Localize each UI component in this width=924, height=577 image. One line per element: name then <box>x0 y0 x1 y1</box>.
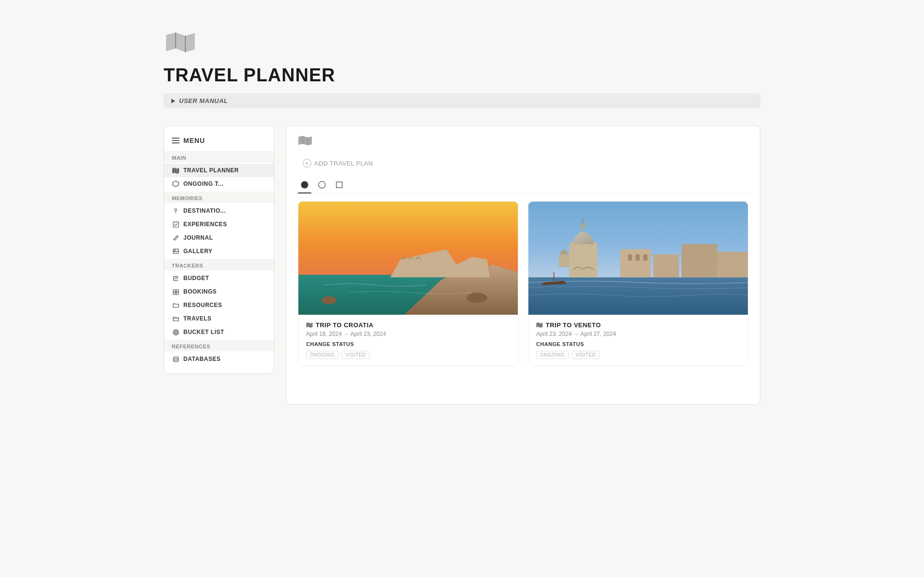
svg-rect-4 <box>173 221 178 227</box>
svg-point-26 <box>467 293 487 303</box>
sidebar-item-travel-planner[interactable]: TRAVEL PLANNER <box>164 164 274 177</box>
page-title: TRAVEL PLANNER <box>164 65 760 86</box>
sidebar-item-label-travels: TRAVELS <box>183 315 212 322</box>
main-layout: MENU MAIN TRAVEL PLANNER <box>164 126 760 405</box>
svg-rect-11 <box>173 292 175 295</box>
svg-point-21 <box>319 181 325 188</box>
target-icon <box>172 328 180 336</box>
sidebar-item-databases[interactable]: DATABASES <box>164 352 274 366</box>
svg-point-16 <box>175 332 176 333</box>
pin-icon <box>172 207 180 215</box>
travels-icon <box>172 315 180 322</box>
db-icon <box>172 355 180 363</box>
svg-rect-37 <box>628 255 632 261</box>
page-logo <box>164 29 197 57</box>
sidebar-item-label-gallery: GALLERY <box>183 248 212 255</box>
menu-label: MENU <box>183 137 205 144</box>
svg-rect-9 <box>173 289 175 292</box>
croatia-title-row: TRIP TO CROATIA <box>306 321 510 329</box>
hamburger-icon <box>172 138 180 143</box>
svg-rect-12 <box>176 292 179 295</box>
veneto-image <box>528 202 748 315</box>
svg-rect-36 <box>717 252 748 277</box>
sidebar-item-label-budget: BUDGET <box>183 275 209 282</box>
trip-card-croatia[interactable]: TRIP TO CROATIA April 18, 2024 → April 2… <box>298 201 518 366</box>
sidebar-item-travels[interactable]: TRAVELS <box>164 312 274 325</box>
croatia-badges: ONGOING VISITED <box>306 351 510 359</box>
croatia-image <box>298 202 518 315</box>
badge-visited-croatia: VISITED <box>342 351 370 359</box>
sidebar-item-budget[interactable]: BUDGET <box>164 271 274 285</box>
croatia-card-body: TRIP TO CROATIA April 18, 2024 → April 2… <box>298 315 518 366</box>
svg-rect-34 <box>654 255 679 278</box>
content-area: + ADD TRAVEL PLAN <box>286 126 760 405</box>
view-circle-outline[interactable] <box>315 180 329 193</box>
view-circle-filled[interactable] <box>298 180 311 193</box>
trip-card-veneto[interactable]: TRIP TO VENETO April 23, 2024 → April 27… <box>528 201 748 366</box>
svg-point-25 <box>321 296 337 305</box>
sidebar-item-bucket-list[interactable]: BUCKET LIST <box>164 325 274 339</box>
veneto-change-status[interactable]: CHANGE STATUS <box>536 341 740 347</box>
trips-grid: TRIP TO CROATIA April 18, 2024 → April 2… <box>298 201 748 366</box>
badge-ongoing-croatia: ONGOING <box>306 351 339 359</box>
map-icon <box>172 167 180 174</box>
sidebar-item-experiences[interactable]: EXPERIENCES <box>164 218 274 231</box>
sidebar-item-label-destinations: DESTINATIO... <box>183 207 226 214</box>
svg-rect-38 <box>636 255 640 261</box>
svg-rect-10 <box>176 289 179 292</box>
sidebar-item-ongoing[interactable]: ONGOING T... <box>164 177 274 191</box>
user-manual-bar[interactable]: USER MANUAL <box>164 93 760 108</box>
sidebar-item-label-bucket-list: BUCKET LIST <box>183 329 224 335</box>
sidebar-item-gallery[interactable]: GALLERY <box>164 244 274 258</box>
sidebar: MENU MAIN TRAVEL PLANNER <box>164 126 274 374</box>
veneto-badges: ONGOING VISITED <box>536 351 740 359</box>
hexagon-icon <box>172 180 180 188</box>
sidebar-section-trackers: TRACKERS <box>164 259 274 270</box>
sidebar-item-label-ongoing: ONGOING T... <box>183 180 223 187</box>
add-travel-plan-button[interactable]: + ADD TRAVEL PLAN <box>298 156 378 170</box>
croatia-change-status[interactable]: CHANGE STATUS <box>306 341 510 347</box>
sidebar-item-bookings[interactable]: BOOKINGS <box>164 285 274 298</box>
add-travel-plan-label: ADD TRAVEL PLAN <box>314 160 373 167</box>
trip-map-icon-2 <box>536 322 543 328</box>
svg-rect-33 <box>620 249 651 277</box>
check-square-icon <box>172 220 180 228</box>
folder-icon <box>172 301 180 309</box>
collapse-icon <box>171 99 175 103</box>
badge-visited-veneto: VISITED <box>572 351 600 359</box>
budget-icon <box>172 274 180 282</box>
croatia-trip-name: TRIP TO CROATIA <box>316 321 373 329</box>
sidebar-item-destinations[interactable]: DESTINATIO... <box>164 204 274 218</box>
veneto-card-body: TRIP TO VENETO April 23, 2024 → April 27… <box>528 315 748 366</box>
gallery-icon <box>172 247 180 255</box>
sidebar-item-journal[interactable]: JOURNAL <box>164 231 274 244</box>
sidebar-section-main: MAIN <box>164 151 274 163</box>
view-square-outline[interactable] <box>333 180 346 193</box>
content-map-icon <box>298 136 748 148</box>
sidebar-item-label-resources: RESOURCES <box>183 302 222 308</box>
sidebar-item-resources[interactable]: RESOURCES <box>164 298 274 312</box>
svg-marker-2 <box>173 181 179 187</box>
plus-icon: + <box>303 159 311 167</box>
sidebar-menu-header: MENU <box>164 134 274 150</box>
sidebar-item-label-bookings: BOOKINGS <box>183 288 217 295</box>
svg-rect-39 <box>643 255 647 261</box>
view-switcher <box>298 180 748 193</box>
bookings-icon <box>172 288 180 295</box>
svg-point-15 <box>174 331 178 334</box>
user-manual-label: USER MANUAL <box>179 97 228 104</box>
sidebar-section-references: REFERENCES <box>164 340 274 351</box>
sidebar-item-label-journal: JOURNAL <box>183 234 213 241</box>
sidebar-item-label-travel-planner: TRAVEL PLANNER <box>183 167 239 174</box>
veneto-dates: April 23, 2024 → April 27, 2024 <box>536 331 740 337</box>
sidebar-item-label-experiences: EXPERIENCES <box>183 221 227 228</box>
croatia-dates: April 18, 2024 → April 23, 2024 <box>306 331 510 337</box>
veneto-title-row: TRIP TO VENETO <box>536 321 740 329</box>
veneto-trip-name: TRIP TO VENETO <box>546 321 601 329</box>
sidebar-item-label-databases: DATABASES <box>183 356 220 362</box>
trip-map-icon <box>306 322 313 328</box>
badge-ongoing-veneto: ONGOING <box>536 351 569 359</box>
svg-rect-35 <box>681 244 717 277</box>
svg-point-20 <box>301 181 308 188</box>
svg-rect-22 <box>336 182 342 188</box>
